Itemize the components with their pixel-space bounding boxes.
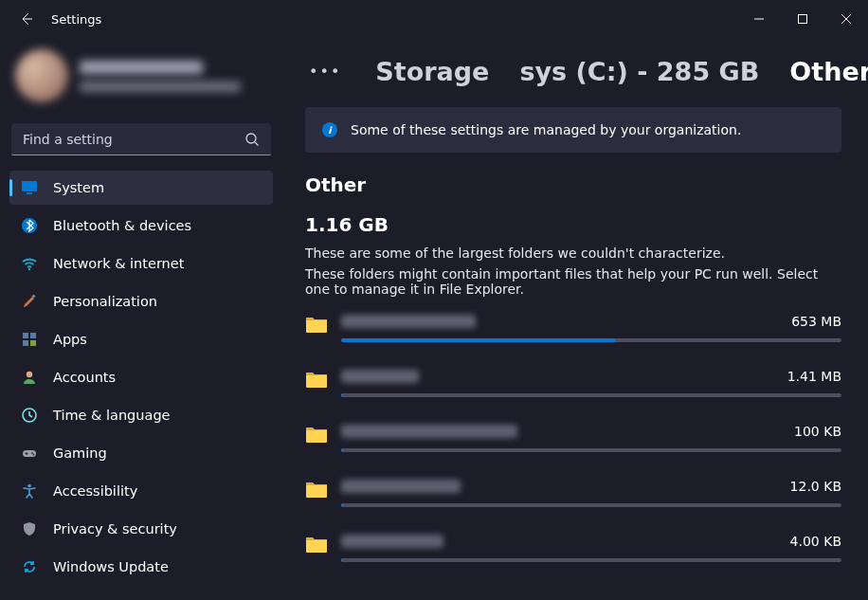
folder-row[interactable]: 100 KB <box>305 424 841 452</box>
sidebar-item-brush[interactable]: Personalization <box>9 284 273 318</box>
folder-icon <box>305 425 328 444</box>
usage-bar <box>341 558 841 562</box>
monitor-icon <box>21 179 38 196</box>
gamepad-icon <box>21 445 38 462</box>
minimize-icon <box>754 14 764 24</box>
sidebar: SystemBluetooth & devicesNetwork & inter… <box>0 38 282 600</box>
folder-name-redacted <box>341 535 443 548</box>
total-size: 1.16 GB <box>305 213 841 236</box>
sidebar-item-wifi[interactable]: Network & internet <box>9 246 273 281</box>
usage-bar <box>341 393 841 397</box>
svg-rect-10 <box>30 340 36 346</box>
folder-name-redacted <box>341 425 517 438</box>
folder-name-redacted <box>341 315 476 328</box>
folder-size: 4.00 KB <box>790 534 841 549</box>
maximize-button[interactable] <box>781 0 824 38</box>
folder-row[interactable]: 4.00 KB <box>305 534 841 562</box>
breadcrumb-current: Other <box>789 57 868 86</box>
info-icon: i <box>322 122 337 137</box>
close-icon <box>841 14 851 24</box>
sidebar-item-person[interactable]: Accounts <box>9 360 273 394</box>
svg-point-16 <box>27 484 31 488</box>
sidebar-item-update[interactable]: Windows Update <box>9 550 273 584</box>
svg-rect-7 <box>23 333 28 338</box>
svg-point-5 <box>28 268 30 270</box>
svg-point-1 <box>246 134 256 143</box>
svg-rect-3 <box>27 192 32 194</box>
sidebar-item-label: Apps <box>53 332 87 347</box>
window-controls <box>737 0 868 38</box>
sidebar-item-shield[interactable]: Privacy & security <box>9 512 273 546</box>
svg-rect-2 <box>22 181 37 191</box>
folder-size: 1.41 MB <box>787 369 841 384</box>
wifi-icon <box>21 255 38 272</box>
breadcrumb-storage[interactable]: Storage <box>375 57 489 86</box>
breadcrumb-ellipsis[interactable]: ••• <box>305 63 345 81</box>
brush-icon <box>21 293 38 310</box>
sidebar-item-label: Bluetooth & devices <box>53 218 191 233</box>
svg-point-14 <box>31 452 33 454</box>
sidebar-item-label: System <box>53 180 104 195</box>
svg-point-11 <box>27 372 32 377</box>
folder-size: 12.0 KB <box>790 479 841 494</box>
accessibility-icon <box>21 482 38 500</box>
shield-icon <box>21 520 38 537</box>
sidebar-item-bluetooth[interactable]: Bluetooth & devices <box>9 209 273 243</box>
profile-card[interactable] <box>9 47 273 110</box>
close-button[interactable] <box>824 0 868 38</box>
breadcrumb-drive[interactable]: sys (C:) - 285 GB <box>519 57 759 86</box>
sidebar-item-label: Gaming <box>53 445 107 461</box>
folder-name-redacted <box>341 480 461 493</box>
usage-bar <box>341 448 841 452</box>
search-box[interactable] <box>11 123 271 155</box>
minimize-button[interactable] <box>737 0 781 38</box>
folder-icon <box>305 370 328 389</box>
apps-icon <box>21 331 38 348</box>
sidebar-item-clock[interactable]: Time & language <box>9 398 273 432</box>
sidebar-item-apps[interactable]: Apps <box>9 322 273 356</box>
sidebar-item-monitor[interactable]: System <box>9 171 273 205</box>
svg-point-15 <box>33 454 35 456</box>
maximize-icon <box>798 14 807 24</box>
usage-bar <box>341 338 841 342</box>
page-heading: Other <box>305 173 841 196</box>
usage-bar <box>341 503 841 507</box>
svg-rect-8 <box>30 333 36 338</box>
sidebar-item-label: Accounts <box>53 370 116 385</box>
svg-rect-13 <box>23 450 36 457</box>
search-input[interactable] <box>23 132 244 147</box>
folder-size: 100 KB <box>794 424 841 439</box>
sidebar-item-gamepad[interactable]: Gaming <box>9 436 273 470</box>
sidebar-item-label: Network & internet <box>53 256 184 271</box>
sidebar-item-label: Accessibility <box>53 483 137 499</box>
sidebar-item-accessibility[interactable]: Accessibility <box>9 474 273 508</box>
folder-list: 653 MB1.41 MB100 KB12.0 KB4.00 KB <box>305 314 841 562</box>
update-icon <box>21 558 38 575</box>
folder-name-redacted <box>341 370 419 383</box>
sidebar-item-label: Privacy & security <box>53 521 177 536</box>
clock-icon <box>21 407 38 424</box>
sidebar-item-label: Personalization <box>53 294 157 309</box>
back-button[interactable] <box>8 0 45 38</box>
svg-rect-0 <box>799 15 807 24</box>
folder-icon <box>305 480 328 499</box>
person-icon <box>21 369 38 386</box>
avatar <box>15 49 68 102</box>
titlebar: Settings <box>0 0 868 38</box>
svg-rect-9 <box>23 340 28 346</box>
sidebar-item-label: Windows Update <box>53 559 169 574</box>
breadcrumb: ••• Storage sys (C:) - 285 GB Other <box>305 57 841 86</box>
nav-list: SystemBluetooth & devicesNetwork & inter… <box>9 171 273 584</box>
folder-size: 653 MB <box>791 314 841 329</box>
arrow-left-icon <box>19 11 34 27</box>
folder-row[interactable]: 1.41 MB <box>305 369 841 397</box>
profile-text <box>80 61 241 92</box>
content-area: ••• Storage sys (C:) - 285 GB Other i So… <box>282 38 868 600</box>
org-notice: i Some of these settings are managed by … <box>305 107 841 153</box>
org-notice-text: Some of these settings are managed by yo… <box>351 122 741 137</box>
folder-row[interactable]: 12.0 KB <box>305 479 841 507</box>
window-title: Settings <box>51 12 101 27</box>
desc-line-1: These are some of the largest folders we… <box>305 245 841 261</box>
folder-row[interactable]: 653 MB <box>305 314 841 342</box>
sidebar-item-label: Time & language <box>53 408 171 423</box>
